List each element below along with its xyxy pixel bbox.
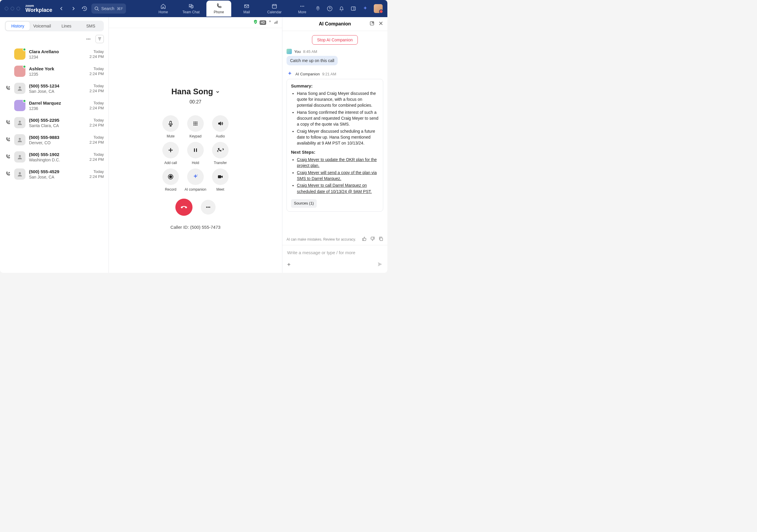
- contact-sub: Denver, CO: [29, 140, 86, 145]
- history-item[interactable]: (500) 555-1234 San Jose, CA Today 2:24 P…: [0, 80, 108, 97]
- mail-icon: [244, 3, 250, 9]
- ai-avatar-icon: [287, 71, 293, 77]
- attach-button[interactable]: +: [287, 261, 291, 268]
- more-options-button[interactable]: [84, 35, 93, 43]
- pause-icon: [192, 147, 199, 153]
- ai-companion-button[interactable]: AI companion: [183, 168, 208, 192]
- svg-rect-1: [245, 5, 249, 8]
- svg-rect-2: [272, 4, 277, 8]
- bell-icon[interactable]: [338, 5, 345, 12]
- history-item[interactable]: (500) 555-4529 San Jose, CA Today 2:24 P…: [0, 165, 108, 183]
- history-item[interactable]: (500) 555-2295 Santa Clara, CA Today 2:2…: [0, 114, 108, 131]
- thumbs-up-icon[interactable]: [362, 236, 367, 242]
- filter-button[interactable]: [96, 35, 104, 43]
- audio-button[interactable]: Audio: [208, 115, 233, 138]
- keypad-button[interactable]: Keypad: [183, 115, 208, 138]
- call-timer: 00:27: [190, 99, 201, 104]
- popout-icon[interactable]: [370, 21, 374, 27]
- panel-icon[interactable]: [350, 5, 357, 12]
- meet-button[interactable]: Meet: [208, 168, 233, 192]
- next-step-item[interactable]: Craig Meyer will send a copy of the plan…: [297, 170, 379, 182]
- next-step-item[interactable]: Craig Meyer to update the OKR plan for t…: [297, 157, 379, 169]
- chevron-left-icon: [60, 7, 63, 11]
- search-placeholder: Search: [102, 6, 114, 11]
- window-minimize[interactable]: [11, 7, 14, 10]
- contact-sub: Santa Clara, CA: [29, 123, 86, 128]
- seg-history[interactable]: History: [6, 21, 30, 30]
- tab-mail[interactable]: Mail: [234, 1, 259, 16]
- call-day: Today: [90, 169, 104, 174]
- phone-icon: [216, 3, 222, 9]
- history-item[interactable]: Darrel Marquez 1236 Today 2:24 PM: [0, 97, 108, 114]
- svg-point-12: [19, 121, 21, 123]
- hangup-icon: [180, 203, 188, 211]
- chevron-right-icon: [72, 7, 75, 11]
- user-name-label: You: [294, 49, 301, 54]
- copy-icon[interactable]: [378, 236, 383, 242]
- hangup-button[interactable]: [175, 199, 193, 216]
- tab-phone[interactable]: Phone: [206, 1, 231, 16]
- call-more-button[interactable]: [201, 200, 216, 215]
- history-item[interactable]: Ashlee York 1235 Today 2:24 PM: [0, 63, 108, 80]
- keypad-icon: [192, 120, 199, 127]
- tab-calendar[interactable]: Calendar: [262, 1, 287, 16]
- tab-more[interactable]: More: [290, 1, 315, 16]
- history-item[interactable]: (500) 555-9883 Denver, CO Today 2:24 PM: [0, 131, 108, 148]
- stop-ai-button[interactable]: Stop AI Companion: [312, 35, 358, 44]
- svg-point-9: [88, 39, 89, 40]
- call-time: 2:24 PM: [90, 106, 104, 110]
- hd-badge: HD: [259, 20, 266, 25]
- nav-back[interactable]: [58, 5, 65, 13]
- nav-history[interactable]: [81, 5, 88, 13]
- seg-sms[interactable]: SMS: [79, 21, 103, 30]
- svg-rect-18: [277, 21, 277, 24]
- tab-team-chat[interactable]: Team Chat: [179, 1, 203, 16]
- history-list: Clara Arellano 1234 Today 2:24 PM Ashlee…: [0, 45, 108, 273]
- seg-voicemail[interactable]: Voicemail: [30, 21, 54, 30]
- add-call-button[interactable]: Add call: [158, 142, 183, 165]
- search-shortcut: ⌘F: [117, 7, 123, 11]
- send-button[interactable]: [377, 262, 383, 268]
- ai-name-label: AI Companion: [295, 72, 320, 76]
- hold-button[interactable]: Hold: [183, 142, 208, 165]
- window-maximize[interactable]: [16, 7, 20, 10]
- svg-rect-7: [351, 7, 355, 10]
- transfer-button[interactable]: Transfer: [208, 142, 233, 165]
- search-input[interactable]: Search ⌘F: [91, 4, 126, 14]
- mute-button[interactable]: Mute: [158, 115, 183, 138]
- user-message: Catch me up on this call: [287, 56, 338, 65]
- call-panel: HD Hana Song 00:27 Mute Keypad Audio Add…: [109, 17, 283, 273]
- outgoing-call-icon: [5, 154, 11, 160]
- contact-avatar: [14, 117, 25, 128]
- svg-point-35: [206, 207, 207, 208]
- ai-response-card: Summary: Hana Song and Craig Meyer discu…: [287, 79, 383, 212]
- record-button[interactable]: Record: [158, 168, 183, 192]
- contact-avatar: [14, 134, 25, 145]
- svg-point-37: [209, 207, 210, 208]
- cast-icon[interactable]: [315, 5, 321, 12]
- caller-name[interactable]: Hana Song: [171, 87, 219, 96]
- next-step-item[interactable]: Craig Meyer to call Darrel Marquez on sc…: [297, 182, 379, 194]
- window-close[interactable]: [5, 7, 8, 10]
- close-icon[interactable]: [378, 21, 383, 27]
- contact-avatar: [14, 151, 25, 163]
- call-day: Today: [90, 101, 104, 105]
- contact-name: (500) 555-1902: [29, 152, 86, 157]
- nav-forward[interactable]: [70, 5, 77, 13]
- thumbs-down-icon[interactable]: [370, 236, 375, 242]
- call-time: 2:24 PM: [90, 174, 104, 179]
- sources-chip[interactable]: Sources (1): [291, 199, 317, 208]
- tab-home[interactable]: Home: [151, 1, 176, 16]
- history-item[interactable]: (500) 555-1902 Washington D.C. Today 2:2…: [0, 148, 108, 165]
- ai-input-area: +: [283, 245, 387, 273]
- seg-lines[interactable]: Lines: [54, 21, 79, 30]
- contact-avatar: [14, 66, 25, 77]
- ai-message-input[interactable]: [287, 250, 383, 255]
- user-avatar[interactable]: [374, 4, 383, 13]
- outgoing-call-icon: [5, 171, 11, 177]
- sparkle-icon[interactable]: [362, 5, 369, 12]
- help-icon[interactable]: [326, 5, 333, 12]
- svg-point-26: [194, 124, 195, 126]
- chat-icon: [188, 3, 194, 9]
- history-item[interactable]: Clara Arellano 1234 Today 2:24 PM: [0, 45, 108, 63]
